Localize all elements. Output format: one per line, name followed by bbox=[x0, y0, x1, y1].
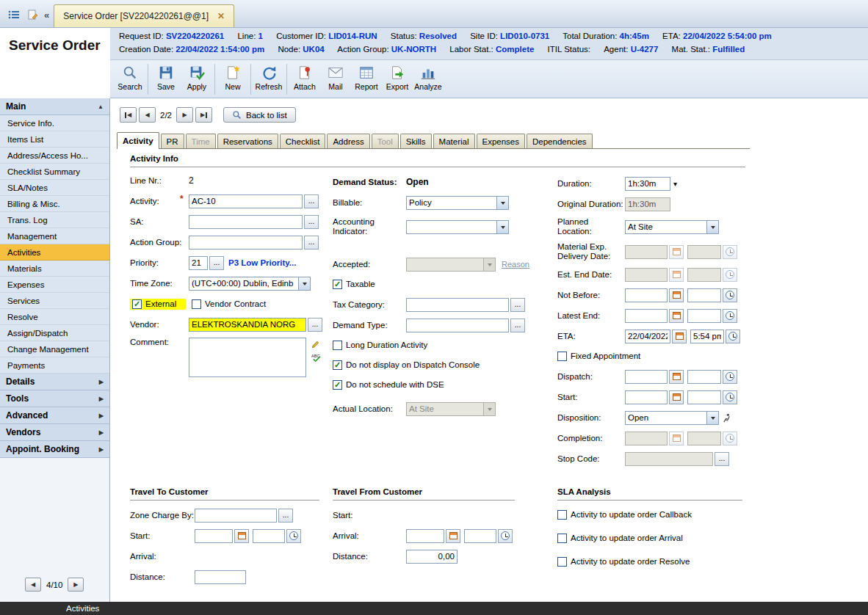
collapse-tabs-icon[interactable]: « bbox=[44, 10, 54, 27]
previous-record-button[interactable]: ◀ bbox=[139, 107, 156, 123]
sidebar-item-resolve[interactable]: Resolve bbox=[0, 309, 109, 325]
tab-activity[interactable]: Activity bbox=[117, 132, 159, 149]
export-button[interactable]: Export bbox=[382, 62, 413, 91]
last-record-button[interactable]: ▶ bbox=[195, 107, 212, 123]
accounting-indicator-select[interactable] bbox=[406, 220, 509, 234]
tab-dependencies[interactable]: Dependencies bbox=[527, 134, 593, 148]
clock-button[interactable] bbox=[723, 309, 737, 323]
sidebar-section-advanced[interactable]: Advanced ▶ bbox=[0, 407, 109, 424]
sidebar-item-payments[interactable]: Payments bbox=[0, 357, 109, 374]
comment-textarea[interactable] bbox=[189, 338, 306, 377]
sla-callback-checkbox[interactable] bbox=[557, 510, 567, 520]
duration-input[interactable] bbox=[625, 177, 670, 191]
sa-input[interactable] bbox=[189, 215, 303, 229]
clock-button[interactable] bbox=[498, 529, 513, 543]
sidebar-item-checklist-summary[interactable]: Checklist Summary bbox=[0, 164, 109, 180]
sidebar-item-services[interactable]: Services bbox=[0, 293, 109, 309]
calendar-button[interactable] bbox=[669, 370, 684, 384]
pager-next-button[interactable]: ▶ bbox=[68, 578, 84, 592]
tax-category-lookup-button[interactable]: ... bbox=[510, 298, 525, 312]
next-record-button[interactable]: ▶ bbox=[176, 107, 193, 123]
not-before-time-input[interactable] bbox=[687, 288, 721, 302]
attach-button[interactable]: Attach bbox=[289, 62, 320, 91]
sidebar-item-sla-notes[interactable]: SLA/Notes bbox=[0, 180, 109, 196]
apply-button[interactable]: Apply bbox=[181, 62, 212, 91]
sidebar-section-details[interactable]: Details ▶ bbox=[0, 374, 109, 390]
time-zone-select[interactable]: (UTC+00:00) Dublin, Edinb bbox=[189, 277, 311, 291]
action-group-lookup-button[interactable]: ... bbox=[304, 236, 319, 250]
clock-button[interactable] bbox=[723, 370, 737, 384]
sidebar-item-billing-misc[interactable]: Billing & Misc. bbox=[0, 196, 109, 212]
tab-reservations[interactable]: Reservations bbox=[217, 134, 278, 148]
latest-end-date-input[interactable] bbox=[625, 309, 668, 323]
sidebar-section-appoint-booking[interactable]: Appoint. Booking ▶ bbox=[0, 441, 109, 458]
stop-code-lookup-button[interactable]: ... bbox=[715, 452, 729, 466]
dispatch-runner-icon[interactable] bbox=[722, 413, 731, 423]
sidebar-item-service-info[interactable]: Service Info. bbox=[0, 115, 109, 131]
tab-close-icon[interactable]: ✕ bbox=[217, 11, 225, 21]
duration-dropdown-icon[interactable]: ▾ bbox=[673, 180, 677, 188]
taxable-checkbox[interactable] bbox=[333, 280, 342, 289]
calendar-button[interactable] bbox=[672, 330, 687, 343]
billable-select[interactable]: Policy bbox=[406, 196, 509, 210]
vendor-lookup-button[interactable]: ... bbox=[308, 318, 322, 332]
action-group-input[interactable] bbox=[189, 236, 303, 250]
sidebar-item-address-access[interactable]: Address/Access Ho... bbox=[0, 148, 109, 164]
sidebar-item-change-management[interactable]: Change Management bbox=[0, 341, 109, 357]
priority-lookup-button[interactable]: ... bbox=[209, 256, 224, 270]
start-time-input[interactable] bbox=[687, 390, 721, 404]
refresh-button[interactable]: Refresh bbox=[253, 62, 284, 91]
sidebar-item-management[interactable]: Management bbox=[0, 228, 109, 244]
fixed-appointment-checkbox[interactable] bbox=[557, 352, 567, 361]
external-checkbox[interactable] bbox=[132, 299, 142, 309]
sidebar-item-activities[interactable]: Activities bbox=[0, 244, 109, 261]
tab-expenses[interactable]: Expenses bbox=[477, 134, 526, 148]
reason-link[interactable]: Reason bbox=[502, 260, 529, 269]
pager-prev-button[interactable]: ◀ bbox=[25, 578, 41, 592]
latest-end-time-input[interactable] bbox=[687, 309, 721, 323]
sidebar-item-assign-dispatch[interactable]: Assign/Dispatch bbox=[0, 325, 109, 341]
back-to-list-button[interactable]: Back to list bbox=[223, 107, 296, 123]
travel-from-distance-input[interactable] bbox=[406, 550, 457, 564]
disposition-select[interactable]: Open bbox=[625, 411, 719, 425]
demand-type-lookup-button[interactable]: ... bbox=[510, 319, 525, 332]
sla-resolve-checkbox[interactable] bbox=[557, 557, 567, 567]
activity-input[interactable] bbox=[189, 194, 303, 208]
tab-material[interactable]: Material bbox=[433, 134, 475, 148]
no-dse-checkbox[interactable] bbox=[333, 380, 342, 390]
save-button[interactable]: Save bbox=[151, 62, 181, 91]
dispatch-date-input[interactable] bbox=[625, 370, 668, 384]
not-before-date-input[interactable] bbox=[625, 288, 668, 302]
travel-from-arrival-date-input[interactable] bbox=[406, 529, 444, 543]
edit-document-icon[interactable] bbox=[26, 9, 40, 21]
travel-to-start-date-input[interactable] bbox=[195, 529, 233, 543]
calendar-button[interactable] bbox=[669, 309, 684, 323]
eta-time-input[interactable] bbox=[690, 330, 724, 343]
calendar-button[interactable] bbox=[234, 529, 249, 543]
signature-pen-icon[interactable] bbox=[311, 339, 322, 349]
sidebar-item-items-list[interactable]: Items List bbox=[0, 131, 109, 148]
clock-button[interactable] bbox=[723, 288, 737, 302]
zone-charge-by-lookup-button[interactable]: ... bbox=[278, 509, 293, 523]
no-dispatch-console-checkbox[interactable] bbox=[333, 360, 342, 370]
document-tab[interactable]: Service Order [SV2204220261@@1] ✕ bbox=[54, 4, 234, 27]
sidebar-section-tools[interactable]: Tools ▶ bbox=[0, 390, 109, 407]
clock-button[interactable] bbox=[726, 330, 740, 343]
first-record-button[interactable]: ◀ bbox=[120, 107, 137, 123]
sidebar-item-materials[interactable]: Materials bbox=[0, 261, 109, 277]
analyze-button[interactable]: Analyze bbox=[413, 62, 444, 91]
tab-skills[interactable]: Skills bbox=[400, 134, 432, 148]
sidebar-section-main[interactable]: Main ▲ bbox=[0, 98, 109, 115]
eta-date-input[interactable] bbox=[625, 330, 670, 343]
demand-type-input[interactable] bbox=[406, 319, 509, 332]
sla-arrival-checkbox[interactable] bbox=[557, 534, 567, 543]
travel-to-start-time-input[interactable] bbox=[253, 529, 285, 543]
clock-button[interactable] bbox=[286, 529, 301, 543]
planned-location-select[interactable]: At Site bbox=[625, 220, 719, 234]
activity-lookup-button[interactable]: ... bbox=[304, 194, 319, 208]
menu-icon[interactable] bbox=[7, 9, 21, 21]
report-button[interactable]: Report bbox=[351, 62, 382, 91]
calendar-button[interactable] bbox=[669, 390, 684, 404]
vendor-input[interactable] bbox=[189, 318, 306, 332]
sidebar-item-trans-log[interactable]: Trans. Log bbox=[0, 212, 109, 228]
